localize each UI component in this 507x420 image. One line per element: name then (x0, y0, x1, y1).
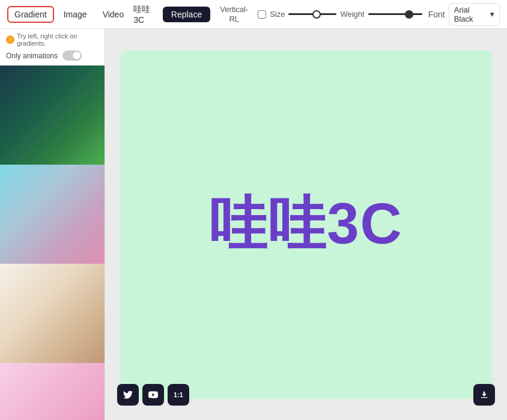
only-animations-toggle[interactable] (62, 50, 82, 61)
tab-video[interactable]: Video (97, 7, 130, 22)
ratio-button[interactable]: 1:1 (168, 384, 189, 406)
canvas-area: 哇哇3C 1:1 (105, 29, 507, 420)
text-tab-label: 哇哇3C (133, 4, 159, 25)
sidebar: ! Try left, right click on gradients. On… (0, 29, 105, 420)
chevron-down-icon: ▾ (490, 10, 494, 19)
size-label: Size (270, 10, 285, 19)
tab-image[interactable]: Image (58, 7, 93, 22)
twitter-icon (123, 391, 133, 399)
sidebar-tip: ! Try left, right click on gradients. (0, 29, 105, 49)
toggle-knob (73, 52, 80, 59)
tip-icon: ! (6, 35, 14, 44)
gradient-swatch-1[interactable] (0, 65, 105, 165)
tab-gradient[interactable]: Gradient (7, 6, 54, 23)
size-checkbox[interactable] (258, 10, 266, 19)
only-animations-row: Only animations (0, 49, 105, 65)
only-animations-label: Only animations (6, 52, 58, 60)
canvas-text: 哇哇3C (209, 186, 403, 264)
tip-text: Try left, right click on gradients. (17, 32, 99, 47)
gradient-swatch-3[interactable] (0, 264, 105, 363)
toolbar: Gradient Image Video 哇哇3C Replace Vertic… (0, 0, 507, 29)
download-button[interactable] (473, 384, 495, 406)
weight-control: Weight (340, 10, 422, 19)
bottom-bar: 1:1 (105, 384, 507, 406)
font-label: Font (428, 10, 445, 19)
size-control: Size (258, 10, 336, 19)
replace-button[interactable]: Replace (163, 7, 210, 22)
vertical-button[interactable]: Vertical-RL (214, 2, 254, 26)
font-value: Arial Black (454, 5, 488, 23)
gradient-swatch-4[interactable] (0, 363, 105, 420)
download-icon (479, 390, 489, 400)
twitter-button[interactable] (117, 384, 139, 406)
youtube-icon (148, 391, 158, 398)
youtube-button[interactable] (142, 384, 164, 406)
canvas[interactable]: 哇哇3C (120, 50, 493, 399)
main-area: ! Try left, right click on gradients. On… (0, 29, 507, 420)
gradient-swatch-2[interactable] (0, 165, 105, 264)
font-selector[interactable]: Arial Black ▾ (449, 3, 500, 26)
weight-slider[interactable] (368, 13, 422, 15)
size-slider[interactable] (288, 13, 336, 15)
weight-label: Weight (340, 10, 364, 19)
bottom-left-buttons: 1:1 (117, 384, 189, 406)
